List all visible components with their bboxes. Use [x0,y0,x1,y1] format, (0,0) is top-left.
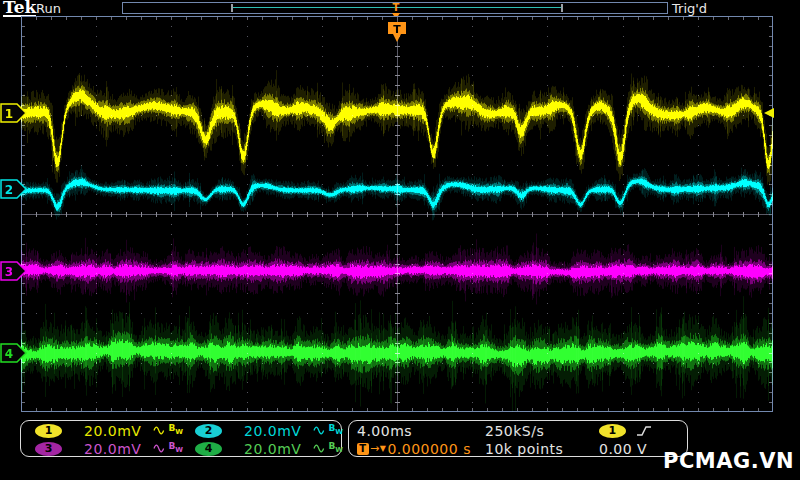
ac-coupling-icon [313,443,326,454]
record-view-bar: T [122,2,668,14]
ch2-scale: 20.0mV [244,423,301,439]
ch1-badge: 1 [35,424,62,438]
ch3-scale: 20.0mV [84,441,141,457]
bandwidth-limit-icon: BW [328,442,343,455]
ch1-readout: 1 20.0mV BW [21,423,181,439]
ch4-scale: 20.0mV [244,441,301,457]
trigger-t-icon: T [357,443,369,455]
down-triangle-icon: ▼ [380,444,387,453]
ch3-readout: 3 20.0mV BW [21,441,181,457]
channel-readout-box: 1 20.0mV BW 2 20.0mV BW 3 20.0mV [20,420,342,457]
record-length: 10k points [485,441,599,457]
tek-logo: Tek [3,0,36,17]
trigger-position-readout: T → ▼ 0.000000 s [349,441,485,457]
ch4-badge: 4 [195,442,222,456]
rising-edge-icon [636,424,652,438]
ac-coupling-icon [153,425,166,436]
window-start-bracket [231,4,233,12]
ch4-readout: 4 20.0mV BW [181,441,341,457]
time-per-div: 4.00ms [349,423,485,439]
ch1-position-marker: 1 [0,103,28,123]
ac-coupling-icon [313,425,326,436]
waveform-display [21,16,773,412]
ch4-position-marker: 4 [0,343,28,363]
svg-text:4: 4 [5,347,13,361]
svg-text:2: 2 [5,183,13,197]
trigger-t-label: T [393,23,401,36]
trigger-status: Trig'd [672,1,707,16]
record-trigger-marker: T [391,2,401,13]
ch1-scale: 20.0mV [84,423,141,439]
sample-rate: 250kS/s [485,423,599,439]
ch2-position-marker: 2 [0,179,28,199]
watermark: PCMAG.VN [663,449,794,473]
trigger-level-arrow [764,108,774,118]
ch2-readout: 2 20.0mV BW [181,423,341,439]
window-end-bracket [561,4,563,12]
right-arrow-icon: → [370,442,380,455]
trigger-position-marker: T [386,21,408,48]
svg-text:1: 1 [5,107,13,121]
bandwidth-limit-icon: BW [328,424,343,437]
trigger-source-badge: 1 [599,424,626,438]
ch2-badge: 2 [195,424,222,438]
ch3-position-marker: 3 [0,261,28,281]
horizontal-trigger-readout-box: 4.00ms 250kS/s 1 T → ▼ 0.000000 s 10k po… [348,420,688,457]
acquisition-status: Run [36,1,61,16]
svg-text:3: 3 [5,265,13,279]
ac-coupling-icon [153,443,166,454]
ch3-badge: 3 [35,442,62,456]
